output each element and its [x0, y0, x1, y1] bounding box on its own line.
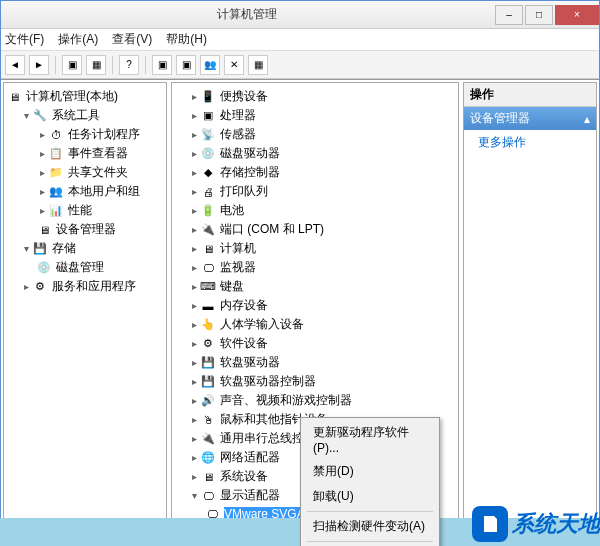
tree-systools[interactable]: ▾🔧系统工具: [6, 106, 164, 125]
tree-shared[interactable]: ▸📁共享文件夹: [6, 163, 164, 182]
menu-help[interactable]: 帮助(H): [166, 31, 207, 48]
left-tree-pane: 🖥计算机管理(本地) ▾🔧系统工具 ▸⏱任务计划程序 ▸📋事件查看器 ▸📁共享文…: [3, 82, 167, 543]
context-menu: 更新驱动程序软件(P)... 禁用(D) 卸载(U) 扫描检测硬件变动(A) 属…: [300, 417, 440, 546]
memory-icon: ▬: [200, 298, 216, 314]
devmgr-icon: 🖥: [36, 222, 52, 238]
tree-diskmgr[interactable]: 💿磁盘管理: [6, 258, 164, 277]
maximize-button[interactable]: □: [525, 5, 553, 25]
ctx-scan[interactable]: 扫描检测硬件变动(A): [303, 514, 437, 539]
battery-icon: 🔋: [200, 203, 216, 219]
help-button[interactable]: ?: [119, 55, 139, 75]
ctx-update[interactable]: 更新驱动程序软件(P)...: [303, 420, 437, 459]
actions-selected[interactable]: 设备管理器▴: [464, 107, 596, 130]
up-button[interactable]: ▣: [62, 55, 82, 75]
sysdev-icon: 🖥: [200, 469, 216, 485]
forward-button[interactable]: ►: [29, 55, 49, 75]
tree-storage[interactable]: ▾💾存储: [6, 239, 164, 258]
watermark: 系统天地: [472, 506, 600, 542]
collapse-icon: ▴: [584, 112, 590, 126]
ctx-separator: [307, 541, 433, 542]
print-icon: 🖨: [200, 184, 216, 200]
perf-icon: 📊: [48, 203, 64, 219]
folder-icon: 📁: [48, 165, 64, 181]
toolbar-btn-3[interactable]: 👥: [200, 55, 220, 75]
dev-software[interactable]: ▸⚙软件设备: [174, 334, 456, 353]
computer-icon: 🖥: [6, 89, 22, 105]
sensor-icon: 📡: [200, 127, 216, 143]
storage-icon: 💾: [32, 241, 48, 257]
actions-more[interactable]: 更多操作: [464, 130, 596, 155]
toolbar-btn-5[interactable]: ▦: [248, 55, 268, 75]
dev-memory[interactable]: ▸▬内存设备: [174, 296, 456, 315]
tools-icon: 🔧: [32, 108, 48, 124]
toolbar: ◄ ► ▣ ▦ ? ▣ ▣ 👥 ✕ ▦: [1, 51, 599, 79]
monitor-icon: 🖵: [200, 260, 216, 276]
close-button[interactable]: ×: [555, 5, 599, 25]
hid-icon: 👆: [200, 317, 216, 333]
ports-icon: 🔌: [200, 222, 216, 238]
tree-perf[interactable]: ▸📊性能: [6, 201, 164, 220]
diskmgr-icon: 💿: [36, 260, 52, 276]
dev-keyboard[interactable]: ▸⌨键盘: [174, 277, 456, 296]
keyboard-icon: ⌨: [200, 279, 216, 295]
dev-storctrl[interactable]: ▸◆存储控制器: [174, 163, 456, 182]
dev-cpu[interactable]: ▸▣处理器: [174, 106, 456, 125]
minimize-button[interactable]: –: [495, 5, 523, 25]
watermark-text: 系统天地: [512, 509, 600, 539]
dev-hid[interactable]: ▸👆人体学输入设备: [174, 315, 456, 334]
users-icon: 👥: [48, 184, 64, 200]
window-title: 计算机管理: [1, 6, 493, 23]
back-button[interactable]: ◄: [5, 55, 25, 75]
toolbar-btn-2[interactable]: ▣: [176, 55, 196, 75]
watermark-icon: [472, 506, 508, 542]
software-icon: ⚙: [200, 336, 216, 352]
ctx-uninstall[interactable]: 卸载(U): [303, 484, 437, 509]
dev-floppyctrl[interactable]: ▸💾软盘驱动器控制器: [174, 372, 456, 391]
task-icon: ⏱: [48, 127, 64, 143]
menubar: 文件(F) 操作(A) 查看(V) 帮助(H): [1, 29, 599, 51]
dev-printq[interactable]: ▸🖨打印队列: [174, 182, 456, 201]
titlebar: 计算机管理 – □ ×: [1, 1, 599, 29]
tree-devmgr[interactable]: 🖥设备管理器: [6, 220, 164, 239]
computer-icon: 🖥: [200, 241, 216, 257]
actions-pane: 操作 设备管理器▴ 更多操作: [463, 82, 597, 543]
toolbar-btn-4[interactable]: ✕: [224, 55, 244, 75]
sound-icon: 🔊: [200, 393, 216, 409]
toolbar-btn-1[interactable]: ▣: [152, 55, 172, 75]
ctx-separator: [307, 511, 433, 512]
ctx-disable[interactable]: 禁用(D): [303, 459, 437, 484]
menu-file[interactable]: 文件(F): [5, 31, 44, 48]
services-icon: ⚙: [32, 279, 48, 295]
disk-icon: 💿: [200, 146, 216, 162]
dev-sensor[interactable]: ▸📡传感器: [174, 125, 456, 144]
floppy-icon: 💾: [200, 355, 216, 371]
network-icon: 🌐: [200, 450, 216, 466]
usb-icon: 🔌: [200, 431, 216, 447]
menu-view[interactable]: 查看(V): [112, 31, 152, 48]
dev-ports[interactable]: ▸🔌端口 (COM 和 LPT): [174, 220, 456, 239]
dev-monitor[interactable]: ▸🖵监视器: [174, 258, 456, 277]
display-icon: 🖵: [200, 488, 216, 504]
menu-action[interactable]: 操作(A): [58, 31, 98, 48]
dev-floppy[interactable]: ▸💾软盘驱动器: [174, 353, 456, 372]
portable-icon: 📱: [200, 89, 216, 105]
tree-root[interactable]: 🖥计算机管理(本地): [6, 87, 164, 106]
tree-event[interactable]: ▸📋事件查看器: [6, 144, 164, 163]
mouse-icon: 🖱: [200, 412, 216, 428]
dev-portable[interactable]: ▸📱便携设备: [174, 87, 456, 106]
tree-users[interactable]: ▸👥本地用户和组: [6, 182, 164, 201]
tree-services[interactable]: ▸⚙服务和应用程序: [6, 277, 164, 296]
cpu-icon: ▣: [200, 108, 216, 124]
dev-diskdrv[interactable]: ▸💿磁盘驱动器: [174, 144, 456, 163]
dev-computer[interactable]: ▸🖥计算机: [174, 239, 456, 258]
storctrl-icon: ◆: [200, 165, 216, 181]
event-icon: 📋: [48, 146, 64, 162]
actions-header: 操作: [464, 83, 596, 107]
tree-task[interactable]: ▸⏱任务计划程序: [6, 125, 164, 144]
dev-sound[interactable]: ▸🔊声音、视频和游戏控制器: [174, 391, 456, 410]
floppyctrl-icon: 💾: [200, 374, 216, 390]
dev-battery[interactable]: ▸🔋电池: [174, 201, 456, 220]
props-button[interactable]: ▦: [86, 55, 106, 75]
